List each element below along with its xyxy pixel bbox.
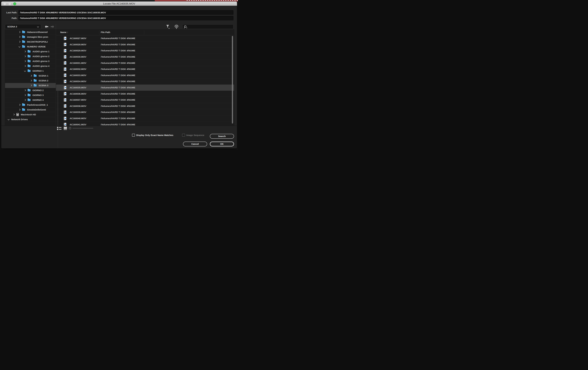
file-path: /Volumes/HARD T DISK 4/NUME <box>101 37 135 40</box>
tree-item-label: HabaneroShowreel <box>27 31 48 33</box>
hard-drive-icon <box>16 113 19 116</box>
chevron-right-icon[interactable] <box>19 104 21 106</box>
path-field[interactable]: /Volumes/HARD T DISK 4/NUMERO VERDE/GIOR… <box>19 16 233 20</box>
file-row[interactable]: AC160041.MOV/Volumes/HARD T DISK 4/NUME <box>56 121 234 126</box>
chevron-right-icon[interactable] <box>24 89 26 91</box>
chevron-right-icon[interactable] <box>24 99 26 101</box>
chevron-right-icon[interactable] <box>19 41 21 43</box>
tree-item[interactable]: Macintosh HD <box>5 112 56 117</box>
tree-item[interactable]: GIORNO 1 <box>5 69 56 73</box>
tree-item[interactable]: INCONTROPOPOLI <box>5 40 56 44</box>
cancel-button[interactable]: Cancel <box>183 141 207 146</box>
file-name: AC160030.MOV <box>70 55 86 58</box>
folder-icon <box>22 41 25 43</box>
locate-file-dialog: Locate File AC160035.MOV Last Path: /Vol… <box>1 1 237 148</box>
tree-item[interactable]: AUDIO giorno 2 <box>5 54 56 59</box>
chevron-right-icon[interactable] <box>30 75 32 77</box>
file-row[interactable]: AC160032.MOV/Volumes/HARD T DISK 4/NUME <box>56 66 234 72</box>
tree-item[interactable]: GIORNO 4 <box>5 98 56 102</box>
chevron-right-icon[interactable] <box>19 36 21 38</box>
chevron-right-icon[interactable] <box>19 31 21 33</box>
file-name: AC160033.MOV <box>70 74 86 77</box>
preview-eye-icon[interactable] <box>175 25 179 29</box>
tree-item[interactable]: PaoloGrassi2018_1 <box>5 102 56 107</box>
filter-icon[interactable] <box>166 25 170 29</box>
sort-ascending-icon: ↑ <box>67 31 68 33</box>
exact-name-matches-checkbox[interactable] <box>132 134 135 137</box>
file-row[interactable]: AC160040.MOV/Volumes/HARD T DISK 4/NUME <box>56 115 234 121</box>
file-row[interactable]: AC160027.MOV/Volumes/HARD T DISK 4/NUME <box>56 35 234 41</box>
movie-file-icon <box>64 80 66 83</box>
file-path: /Volumes/HARD T DISK 4/NUME <box>101 86 135 89</box>
file-row[interactable]: AC160039.MOV/Volumes/HARD T DISK 4/NUME <box>56 109 234 115</box>
folder-icon <box>28 94 31 96</box>
tree-item[interactable]: NUMERO VERDE <box>5 44 56 49</box>
file-row[interactable]: AC160038.MOV/Volumes/HARD T DISK 4/NUME <box>56 103 234 109</box>
tree-item[interactable]: immagini libro pren <box>5 35 56 40</box>
thumbnail-size-slider-track[interactable] <box>73 128 93 128</box>
tree-item[interactable]: Network Drives <box>5 117 56 122</box>
tree-item-label: SCENA 2 <box>39 79 48 82</box>
tree-item-label: SinodoDelleGenti <box>27 108 46 111</box>
dialog-title: Locate File AC160035.MOV <box>1 2 237 6</box>
chevron-down-icon[interactable] <box>24 70 26 72</box>
chevron-right-icon[interactable] <box>24 60 26 62</box>
search-button[interactable]: Search <box>210 134 234 139</box>
column-divider[interactable] <box>99 30 99 35</box>
tree-item[interactable]: SCENA 2 <box>5 78 56 83</box>
tree-item[interactable]: GIORNO 3 <box>5 93 56 98</box>
tree-item-label: GIORNO 3 <box>32 94 43 96</box>
file-row[interactable]: AC160031.MOV/Volumes/HARD T DISK 4/NUME <box>56 60 234 66</box>
column-header-file-path[interactable]: File Path <box>101 31 110 33</box>
folder-icon <box>28 65 31 67</box>
file-row[interactable]: AC160028.MOV/Volumes/HARD T DISK 4/NUME <box>56 41 234 48</box>
tree-item[interactable]: HabaneroShowreel <box>5 30 56 35</box>
file-row[interactable]: AC160030.MOV/Volumes/HARD T DISK 4/NUME <box>56 54 234 60</box>
tree-item-selected[interactable]: SCENA 3 <box>5 83 56 88</box>
tree-item[interactable]: AUDIO giorno 4 <box>5 64 56 69</box>
image-sequence-checkbox <box>182 134 185 137</box>
chevron-down-icon[interactable] <box>8 118 10 120</box>
tree-item[interactable]: SCENA 1 <box>5 73 56 78</box>
chevron-right-icon[interactable] <box>30 80 32 81</box>
chevron-right-icon[interactable] <box>13 113 15 116</box>
tree-item-label: immagini libro pren <box>27 36 48 38</box>
ok-button[interactable]: OK <box>210 141 234 146</box>
file-row[interactable]: AC160033.MOV/Volumes/HARD T DISK 4/NUME <box>56 72 234 79</box>
titlebar[interactable]: Locate File AC160035.MOV <box>1 1 237 6</box>
tree-item[interactable]: AUDIO giorno 1 <box>5 49 56 54</box>
file-row[interactable]: AC160036.MOV/Volumes/HARD T DISK 4/NUME <box>56 91 234 97</box>
file-list-vertical-scrollbar[interactable] <box>232 36 233 123</box>
folder-icon <box>34 84 37 87</box>
file-path: /Volumes/HARD T DISK 4/NUME <box>101 123 135 126</box>
thumbnail-view-button[interactable] <box>64 127 67 130</box>
file-row[interactable]: AC160034.MOV/Volumes/HARD T DISK 4/NUME <box>56 78 234 85</box>
chevron-right-icon[interactable] <box>24 55 26 57</box>
chevron-right-icon[interactable] <box>24 50 26 52</box>
chevron-right-icon[interactable] <box>19 109 21 111</box>
thumbnail-size-slider-knob[interactable] <box>69 127 71 129</box>
column-header-name[interactable]: Name ↑ <box>60 31 68 33</box>
search-input[interactable] <box>188 25 232 29</box>
list-view-button[interactable] <box>57 127 62 130</box>
folder-tree: HabaneroShowreel immagini libro pren INC… <box>5 30 56 126</box>
file-row-selected[interactable]: AC160035.MOV/Volumes/HARD T DISK 4/NUME <box>56 85 234 91</box>
file-name: AC160027.MOV <box>70 37 86 40</box>
file-row[interactable]: AC160037.MOV/Volumes/HARD T DISK 4/NUME <box>56 97 234 103</box>
location-dropdown[interactable]: SCENA 3 <box>5 24 41 29</box>
chevron-right-icon[interactable] <box>24 94 26 96</box>
folder-icon <box>28 50 31 53</box>
search-box[interactable] <box>182 24 233 29</box>
chevron-right-icon[interactable] <box>30 84 32 86</box>
movie-file-icon <box>64 92 66 95</box>
folder-icon <box>34 80 37 82</box>
tree-item[interactable]: SinodoDelleGenti <box>5 107 56 112</box>
tree-item[interactable]: AUDIO giorno 3 <box>5 59 56 64</box>
back-arrow-button[interactable] <box>45 25 49 28</box>
chevron-down-icon[interactable] <box>19 46 21 48</box>
folder-icon <box>28 55 31 58</box>
forward-arrow-button[interactable] <box>50 25 54 28</box>
file-row[interactable]: AC160029.MOV/Volumes/HARD T DISK 4/NUME <box>56 48 234 54</box>
tree-item[interactable]: GIORNO 2 <box>5 88 56 93</box>
chevron-right-icon[interactable] <box>24 65 26 67</box>
